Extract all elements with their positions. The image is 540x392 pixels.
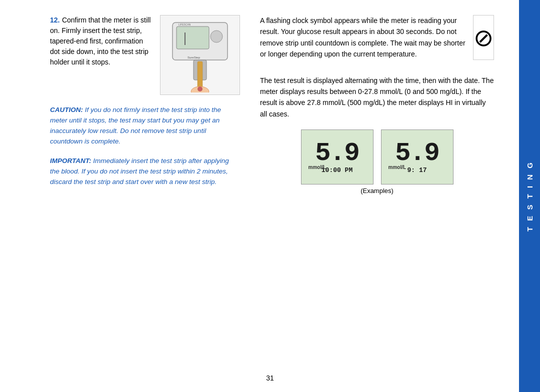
important-block: IMPORTANT: Immediately insert the test s…	[50, 156, 240, 188]
display-group-2: mmol/L 5.9 9: 17	[381, 130, 454, 184]
svg-point-3	[210, 30, 222, 42]
testing-tab: T E S T I N G	[519, 0, 540, 392]
para2-text: The test result is displayed alternating…	[260, 75, 494, 120]
page-container: T E S T I N G 12. Confirm that the meter…	[0, 0, 540, 392]
caution-text: CAUTION: If you do not firmly insert the…	[50, 105, 240, 147]
caution-block: CAUTION: If you do not firmly insert the…	[50, 105, 240, 147]
lcd-number-2: 5.9	[395, 140, 439, 166]
important-label: IMPORTANT:	[50, 157, 92, 164]
clock-icon-box: ⊘	[473, 15, 494, 60]
left-column: 12. Confirm that the meter is still on. …	[50, 15, 240, 382]
content-area: 12. Confirm that the meter is still on. …	[0, 0, 519, 392]
testing-tab-label: T E S T I N G	[526, 160, 534, 232]
meter-image: LIFESCAN SureStep	[160, 15, 240, 95]
para1-text: A flashing clock symbol appears while th…	[260, 15, 466, 60]
step-number: 12.	[50, 16, 60, 24]
description-block-2: The test result is displayed alternating…	[260, 75, 494, 120]
description-block-1: A flashing clock symbol appears while th…	[260, 15, 466, 60]
lcd-unit-1: mmol/L	[308, 164, 326, 170]
lcd-time-1: 10:00 PM	[322, 166, 352, 174]
right-column: A flashing clock symbol appears while th…	[260, 15, 494, 382]
clock-icon: ⊘	[474, 24, 494, 52]
svg-point-9	[198, 86, 202, 92]
lcd-display-2: mmol/L 5.9 9: 17	[381, 130, 454, 184]
lcd-time-2: 9: 17	[407, 166, 426, 174]
examples-label: (Examples)	[260, 187, 494, 194]
svg-text:LIFESCAN: LIFESCAN	[178, 23, 191, 26]
step-description: Confirm that the meter is still on. Firm…	[50, 16, 150, 66]
caution-label: CAUTION:	[50, 106, 83, 114]
svg-rect-1	[176, 26, 209, 49]
display-group-1: mmol/L 5.9 10:00 PM	[301, 130, 374, 184]
meter-illustration: LIFESCAN SureStep	[162, 18, 238, 92]
step-text-block: 12. Confirm that the meter is still on. …	[50, 15, 152, 95]
lcd-number-1: 5.9	[315, 140, 359, 166]
svg-rect-7	[198, 62, 202, 89]
examples-row: mmol/L 5.9 10:00 PM mmol/L 5.9 9: 17	[260, 130, 494, 184]
lcd-display-1: mmol/L 5.9 10:00 PM	[301, 130, 374, 184]
para1-row: A flashing clock symbol appears while th…	[260, 15, 494, 70]
lcd-unit-2: mmol/L	[388, 164, 406, 170]
step-12-container: 12. Confirm that the meter is still on. …	[50, 15, 240, 95]
svg-text:SureStep: SureStep	[188, 56, 200, 59]
page-number: 31	[266, 374, 274, 382]
important-text: IMPORTANT: Immediately insert the test s…	[50, 156, 240, 188]
